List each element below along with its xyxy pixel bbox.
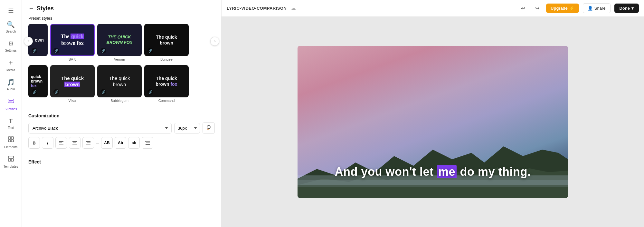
sidebar-item-search[interactable]: 🔍 Search bbox=[1, 18, 21, 36]
effect-title: Effect bbox=[28, 159, 215, 164]
divider-1 bbox=[28, 108, 215, 108]
svg-rect-6 bbox=[11, 140, 14, 142]
sidebar-item-templates[interactable]: Templates bbox=[1, 153, 21, 171]
settings-icon: ⚙ bbox=[8, 40, 14, 47]
lyric-before: And you won't let bbox=[335, 165, 437, 178]
back-button[interactable]: ← bbox=[28, 5, 34, 12]
text-case-upper-button[interactable]: AB bbox=[101, 137, 113, 149]
canvas-area: LYRIC-VIDEO-COMPARISON ☁ ↩ ↪ Upgrade ⚡ 👤… bbox=[222, 0, 644, 227]
styles-panel: ← Styles Preset styles own 🔗 The quickbr… bbox=[22, 0, 222, 227]
carousel-next-btn[interactable]: › bbox=[210, 37, 219, 46]
sidebar-item-settings[interactable]: ⚙ Settings bbox=[1, 37, 21, 55]
svg-rect-5 bbox=[8, 140, 11, 142]
sa8-link-icon: 🔗 bbox=[53, 48, 59, 54]
sidebar-label-text: Text bbox=[8, 126, 14, 130]
style-card-vikar-wrapper: The quickbrown 🔗 Vikar bbox=[50, 65, 95, 103]
share-button[interactable]: 👤 Share bbox=[583, 3, 611, 13]
chevron-down-icon: ▾ bbox=[631, 6, 634, 11]
sidebar: ☰ 🔍 Search ⚙ Settings + Media 🎵 Audio Su… bbox=[0, 0, 22, 227]
sidebar-label-elements: Elements bbox=[4, 145, 18, 149]
sidebar-item-text[interactable]: T Text bbox=[1, 115, 21, 132]
bungee-label: Bungee bbox=[160, 57, 173, 61]
sidebar-item-menu[interactable]: ☰ bbox=[1, 4, 21, 17]
bubblegum-link-icon: 🔗 bbox=[100, 89, 106, 95]
style-card-bungee[interactable]: The quickbrown 🔗 bbox=[144, 24, 189, 56]
style-card-sa8[interactable]: The quickbrown fox 🔗 bbox=[50, 24, 95, 56]
bold-button[interactable]: B bbox=[28, 137, 40, 149]
svg-rect-24 bbox=[298, 180, 568, 187]
styles-grid-row1: own 🔗 The quickbrown fox 🔗 SA-8 THE QUIC… bbox=[28, 24, 215, 61]
line-spacing-button[interactable] bbox=[142, 137, 153, 149]
sidebar-label-templates: Templates bbox=[4, 165, 18, 168]
lightning-icon: ⚡ bbox=[569, 6, 574, 11]
style-card-bungee-wrapper: The quickbrown 🔗 Bungee bbox=[144, 24, 189, 61]
bubblegum-label: Bubblegum bbox=[110, 99, 128, 103]
font-size-select[interactable]: 36px 24px 48px bbox=[174, 123, 200, 133]
align-right-button[interactable] bbox=[82, 137, 94, 149]
sidebar-item-audio[interactable]: 🎵 Audio bbox=[1, 76, 21, 94]
sidebar-label-subtitles: Subtitles bbox=[5, 107, 17, 111]
sidebar-item-elements[interactable]: Elements bbox=[1, 133, 21, 152]
card-link-icon: 🔗 bbox=[32, 48, 37, 54]
style-card-bubblegum[interactable]: The quickbrown 🔗 bbox=[97, 65, 142, 97]
video-canvas[interactable]: And you won't let me do my thing. bbox=[298, 46, 568, 198]
style-card-venom[interactable]: THE QUICKBROWN FOX 🔗 bbox=[97, 24, 142, 56]
svg-rect-4 bbox=[11, 137, 14, 139]
partial2-link-icon: 🔗 bbox=[32, 89, 37, 95]
vikar-label: Vikar bbox=[69, 99, 77, 103]
sidebar-label-search: Search bbox=[6, 30, 16, 33]
search-icon: 🔍 bbox=[7, 21, 15, 28]
upgrade-button[interactable]: Upgrade ⚡ bbox=[546, 4, 579, 13]
style-card-partial2[interactable]: quickbrown fox 🔗 bbox=[28, 65, 48, 97]
style-card-bubblegum-wrapper: The quickbrown 🔗 Bubblegum bbox=[97, 65, 142, 103]
svg-rect-7 bbox=[8, 156, 14, 158]
format-controls: B I – AB Ab ab bbox=[28, 137, 215, 149]
style-card-sa8-wrapper: The quickbrown fox 🔗 SA-8 bbox=[50, 24, 95, 61]
text-icon: T bbox=[9, 117, 13, 125]
cloud-save-icon: ☁ bbox=[291, 5, 296, 11]
italic-button[interactable]: I bbox=[42, 137, 53, 149]
venom-label: Venom bbox=[114, 57, 125, 61]
text-case-lower-button[interactable]: ab bbox=[128, 137, 140, 149]
style-card-venom-wrapper: THE QUICKBROWN FOX 🔗 Venom bbox=[97, 24, 142, 61]
undo-button[interactable]: ↩ bbox=[518, 3, 528, 14]
svg-rect-8 bbox=[8, 159, 11, 161]
vikar-link-icon: 🔗 bbox=[53, 89, 59, 95]
redo-button[interactable]: ↪ bbox=[532, 3, 542, 14]
preset-styles-title: Preset styles bbox=[22, 16, 221, 24]
svg-rect-3 bbox=[8, 137, 11, 139]
lyric-text-overlay: And you won't let me do my thing. bbox=[298, 165, 568, 179]
project-name: LYRIC-VIDEO-COMPARISON bbox=[227, 6, 287, 11]
style-card-command-wrapper: The quickbrown fox 🔗 Command bbox=[144, 65, 189, 103]
align-center-button[interactable] bbox=[69, 137, 80, 149]
sidebar-label-media: Media bbox=[6, 68, 15, 72]
text-case-title-button[interactable]: Ab bbox=[115, 137, 126, 149]
align-left-button[interactable] bbox=[55, 137, 67, 149]
vikar-text: The quickbrown bbox=[61, 75, 84, 88]
styles-carousel-row2: quickbrown fox 🔗 The quickbrown 🔗 Vikar … bbox=[22, 65, 221, 103]
sidebar-item-media[interactable]: + Media bbox=[1, 56, 21, 74]
media-icon: + bbox=[9, 59, 13, 67]
lyric-after: do my thing. bbox=[457, 165, 531, 178]
sidebar-label-audio: Audio bbox=[7, 87, 15, 91]
sidebar-item-subtitles[interactable]: Subtitles bbox=[1, 95, 21, 114]
effect-section: Effect bbox=[22, 159, 221, 164]
svg-rect-0 bbox=[8, 99, 14, 103]
style-card-vikar[interactable]: The quickbrown 🔗 bbox=[50, 65, 95, 97]
sa8-text: The quickbrown fox bbox=[61, 33, 84, 47]
canvas-wrapper: And you won't let me do my thing. bbox=[222, 17, 644, 227]
color-picker-button[interactable] bbox=[203, 122, 215, 134]
audio-icon: 🎵 bbox=[7, 78, 15, 86]
menu-icon: ☰ bbox=[8, 6, 14, 14]
lyric-highlight-word: me bbox=[437, 165, 457, 178]
style-card-command[interactable]: The quickbrown fox 🔗 bbox=[144, 65, 189, 97]
elements-icon bbox=[8, 136, 14, 144]
done-button[interactable]: Done ▾ bbox=[614, 4, 639, 13]
upgrade-label: Upgrade bbox=[551, 6, 568, 11]
bubblegum-text: The quickbrown bbox=[109, 75, 130, 88]
carousel-prev-btn[interactable]: ‹ bbox=[24, 37, 33, 46]
share-label: Share bbox=[594, 6, 606, 11]
panel-title: Styles bbox=[37, 5, 54, 12]
panel-header: ← Styles bbox=[22, 0, 221, 16]
font-family-select[interactable]: Archivo Black bbox=[28, 123, 172, 133]
